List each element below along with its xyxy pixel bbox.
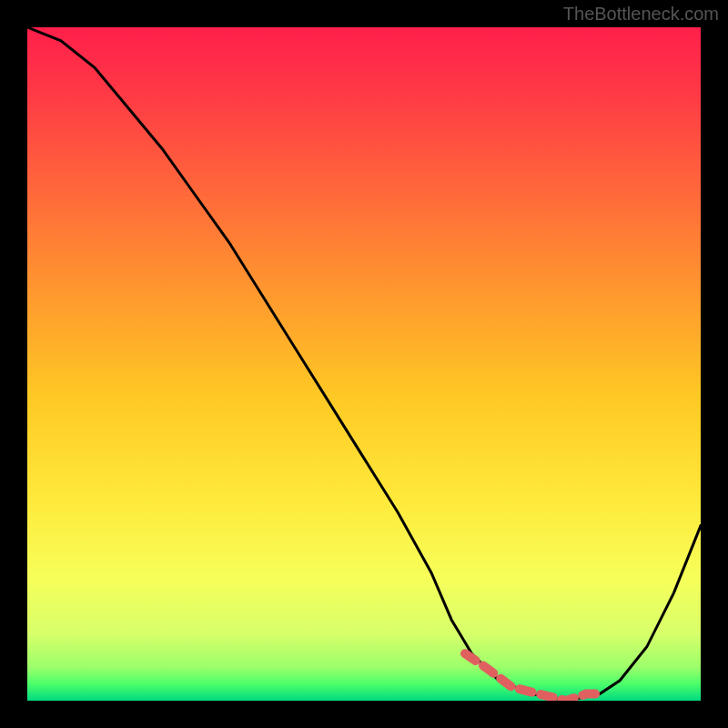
gradient-background (27, 27, 701, 701)
watermark-text: TheBottleneck.com (563, 4, 719, 25)
plot-area (27, 27, 701, 701)
bottleneck-chart (27, 27, 701, 701)
